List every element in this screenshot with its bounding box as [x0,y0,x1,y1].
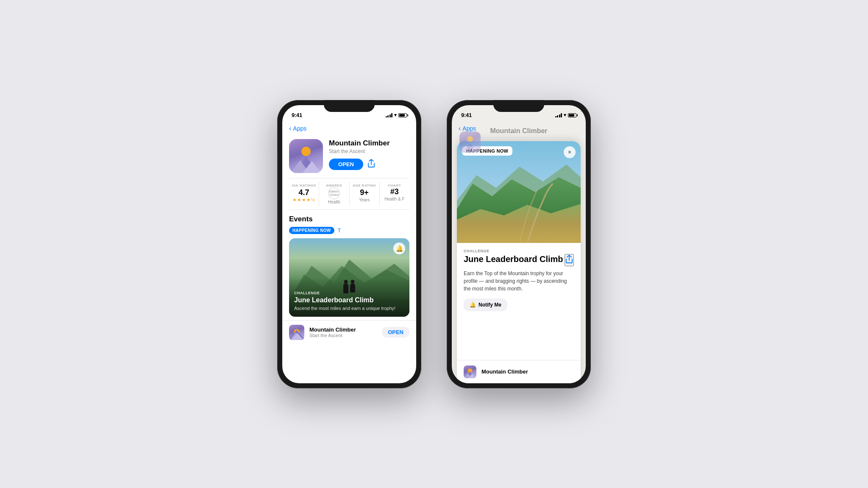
wifi-icon: ▾ [394,112,397,118]
app-name: Mountain Climber [329,139,409,148]
bottom-open-button[interactable]: OPEN [382,327,409,337]
events-filter: HAPPENING NOW T [289,227,409,234]
bottom-app-sub: Start the Ascent [309,333,377,338]
event-card[interactable]: 🔔 CHALLENGE June Leaderboard Climb Ascen… [289,238,409,317]
notch [324,100,375,112]
modal-event-type: CHALLENGE [464,249,574,253]
chart-label: CHART [388,184,401,187]
right-wifi-icon: ▾ [564,112,566,118]
stars-icon: ★★★★½ [292,197,315,203]
app-header: Mountain Climber Start the Ascent OPEN [282,136,416,178]
icon-mountain-right [303,161,321,173]
awards-label: AWARDS [326,184,342,187]
right-screen: 9:41 ▾ ‹ Apps Mountain Climber [452,105,586,383]
awards-sub: Health [328,200,340,204]
bottom-app-info: Mountain Climber Start the Ascent [309,326,377,338]
bell-icon: 🔔 [470,302,476,308]
status-icons: ▾ [386,112,407,118]
event-type: CHALLENGE [294,291,404,295]
back-button[interactable]: ‹ Apps [289,125,306,132]
right-bottom-card: Mountain Climber [457,360,581,383]
bell-button[interactable]: 🔔 [393,243,405,254]
filter-badge[interactable]: HAPPENING NOW [289,227,334,234]
back-chevron-icon: ‹ [289,125,291,132]
chart-sub: Health & F [384,197,404,201]
share-button[interactable] [367,159,375,170]
modal-header: HAPPENING NOW × [457,141,581,243]
events-section: Events HAPPENING NOW T [282,210,416,320]
right-notch [493,100,544,112]
app-actions: OPEN [329,159,409,170]
event-desc: Ascend the most miles and earn a unique … [294,305,404,311]
notify-me-button[interactable]: 🔔 Notify Me [464,298,507,311]
notify-label: Notify Me [479,302,501,308]
modal-title-row: June Leaderboard Climb [464,254,574,266]
left-phone: 9:41 ▾ ‹ Apps [277,100,421,388]
bottom-app-icon [289,325,304,340]
age-value: 9+ [360,188,369,197]
stat-awards: AWARDS Editors'Choice Health [319,182,349,206]
modal-event-desc: Earn the Top of the Mountain trophy for … [464,270,574,293]
bottom-app-name: Mountain Climber [309,326,377,333]
dimmed-app-icon [459,131,481,153]
battery-icon [398,113,407,117]
stat-ratings: 41K RATINGS 4.7 ★★★★½ [289,182,319,206]
landscape-image [457,141,581,243]
right-status-time: 9:41 [461,112,472,118]
right-phone: 9:41 ▾ ‹ Apps Mountain Climber [447,100,591,388]
back-label: Apps [293,125,306,132]
events-header: Events [289,215,409,223]
right-app-name: Mountain Climber [481,368,528,375]
right-status-icons: ▾ [555,112,577,118]
event-name: June Leaderboard Climb [294,296,404,304]
see-all-link[interactable]: T [338,227,341,234]
stat-age: AGE RATING 9+ Years [350,182,380,206]
chart-value: #3 [390,187,399,196]
event-overlay: CHALLENGE June Leaderboard Climb Ascend … [289,278,409,316]
app-subtitle: Start the Ascent [329,148,409,154]
app-info: Mountain Climber Start the Ascent OPEN [329,139,409,170]
events-title: Events [289,215,313,223]
icon-sun [301,147,311,156]
age-label: AGE RATING [353,184,376,187]
right-back-label: Apps [462,125,476,132]
open-button[interactable]: OPEN [329,159,363,170]
event-modal: HAPPENING NOW × CHALLENGE June Leaderboa… [457,141,581,383]
left-screen: 9:41 ▾ ‹ Apps [282,105,416,383]
stats-row: 41K RATINGS 4.7 ★★★★½ AWARDS Editors'Cho… [289,178,409,210]
modal-close-button[interactable]: × [564,146,576,158]
age-sub: Years [359,198,370,202]
right-app-icon-small [464,365,476,378]
signal-icon [386,113,393,117]
bottom-mini-card: Mountain Climber Start the Ascent OPEN [282,320,416,344]
nav-bar: ‹ Apps [282,123,416,136]
dimmed-app-title: Mountain Climber [490,127,547,135]
right-signal-icon [555,113,562,117]
modal-event-title: June Leaderboard Climb [464,254,565,264]
modal-share-button[interactable] [565,254,574,266]
ratings-value: 4.7 [299,188,309,197]
stat-chart: CHART #3 Health & F [380,182,409,206]
ratings-label: 41K RATINGS [292,184,316,187]
right-battery-icon [568,113,576,117]
status-time: 9:41 [292,112,302,118]
app-icon [289,139,323,173]
award-badge: Editors'Choice [328,187,340,199]
